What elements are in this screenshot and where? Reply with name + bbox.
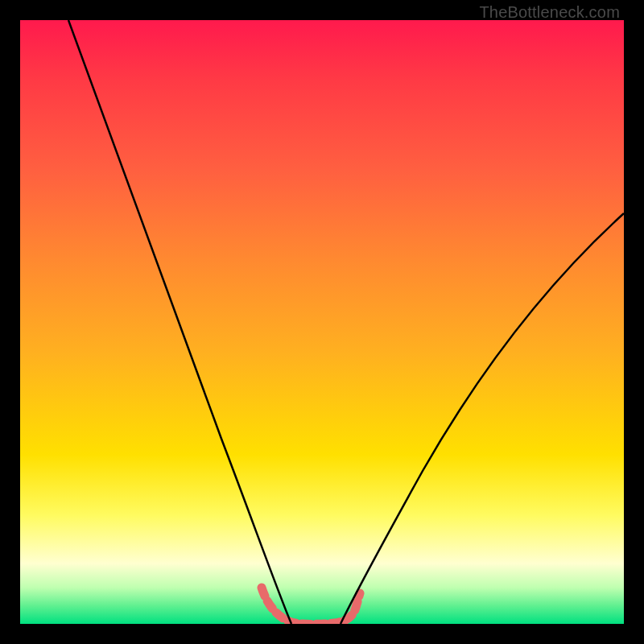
left-curve-path (68, 20, 291, 624)
watermark-text: TheBottleneck.com (479, 3, 620, 22)
chart-frame: TheBottleneck.com (0, 0, 644, 644)
curve-overlay (20, 20, 624, 624)
right-curve-path (341, 213, 624, 624)
floor-marker-path (262, 588, 360, 624)
